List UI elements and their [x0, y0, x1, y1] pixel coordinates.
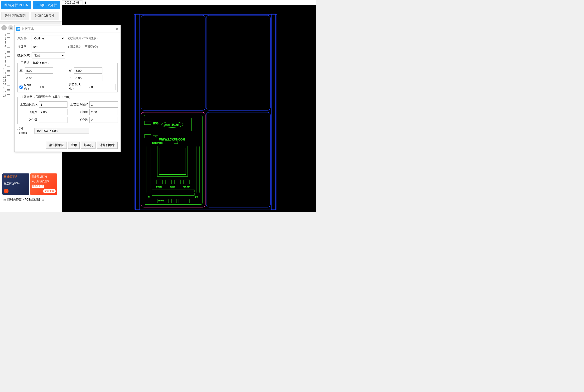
x-gap-input[interactable]	[39, 109, 68, 115]
source-layer-hint: (为空则用Profile拼版)	[68, 36, 98, 40]
ad-banner-2[interactable]: 高多层板打样 六八层板低至5 快至5天出 立即下单	[30, 174, 57, 195]
mark-input[interactable]	[38, 84, 66, 90]
layer-number: 12	[2, 75, 6, 78]
edge-left-input[interactable]	[25, 68, 53, 74]
ad-banner-1[interactable]: 格 全面下调 幅度高达50% ›	[2, 174, 29, 195]
bottom-components	[157, 199, 190, 203]
label-chip: GD32F450	[152, 142, 162, 144]
hole-input[interactable]	[87, 84, 116, 90]
layer-checkbox[interactable]	[7, 37, 10, 40]
export-layer-button[interactable]: 输出拼版层	[46, 142, 67, 149]
layers-icon: ≡	[10, 26, 12, 30]
panel-layer-input[interactable]	[32, 44, 65, 50]
label-keyup: KEY_UP	[183, 186, 190, 188]
tft-conn	[144, 135, 151, 138]
dfm-analysis-button[interactable]: 一键DFM分析	[33, 1, 60, 9]
panelize-dialog: DM 拼版工具 ✕ 原始层 Outline (为空则用Profile拼版) 拼版…	[14, 25, 121, 152]
layer-number: 4	[2, 45, 6, 48]
x-count-label: X个数	[20, 118, 38, 122]
edge-bottom-input[interactable]	[74, 75, 102, 81]
design-view-button[interactable]: 设计图/仿真图	[1, 12, 29, 20]
source-layer-select[interactable]: Outline	[32, 35, 65, 41]
y-count-input[interactable]	[89, 117, 118, 123]
app-icon: DM	[16, 27, 20, 31]
edge-right-input[interactable]	[74, 68, 102, 74]
layer-number: 13	[2, 79, 6, 82]
layer-checkbox[interactable]	[7, 68, 10, 70]
layer-checkbox[interactable]	[7, 72, 10, 74]
svg-rect-12	[172, 199, 176, 203]
add-layer-button[interactable]: +	[2, 25, 7, 30]
dialog-titlebar[interactable]: DM 拼版工具 ✕	[14, 26, 120, 33]
layer-checkbox[interactable]	[7, 41, 10, 44]
source-layer-label: 原始层	[17, 36, 32, 40]
ad1-line1: 格 全面下调	[4, 175, 18, 178]
mark-label: Mark点：	[24, 83, 36, 91]
calc-utilization-button[interactable]: 计算利用率	[97, 142, 118, 149]
layer-number: 16	[2, 90, 6, 94]
tab-add-button[interactable]: ＋	[83, 0, 88, 5]
small-pad-1	[174, 141, 178, 144]
svg-rect-9	[152, 193, 194, 196]
edge-top-input[interactable]	[25, 75, 53, 81]
layer-number: 8	[2, 60, 6, 63]
svg-rect-14	[185, 199, 190, 203]
size-label: 尺寸（mm）	[17, 126, 34, 135]
layer-checkbox[interactable]	[7, 64, 10, 67]
panel-outline	[134, 14, 277, 209]
silk-border	[144, 115, 202, 204]
edge-gap-y-input[interactable]	[89, 102, 118, 108]
svg-rect-5	[165, 180, 172, 184]
top-conn	[192, 118, 201, 131]
layer-checkbox[interactable]	[7, 79, 10, 82]
document-icon: ▤	[3, 198, 6, 202]
edge-gap-x-input[interactable]	[39, 102, 68, 108]
svg-rect-8	[152, 190, 194, 192]
rgb-conn	[144, 122, 151, 125]
layer-checkbox[interactable]	[7, 87, 10, 90]
assembly-analysis-button[interactable]: 组装分析 PCBA	[1, 1, 31, 9]
buttons-row	[156, 180, 190, 184]
layer-checkbox[interactable]	[7, 94, 10, 97]
layer-checkbox[interactable]	[7, 52, 10, 55]
panel-layer-label: 拼版层	[17, 45, 32, 49]
y-gap-input[interactable]	[89, 109, 118, 115]
calc-pcb-size-button[interactable]: 计算PCB尺寸	[31, 12, 58, 20]
layer-checkbox[interactable]	[7, 56, 10, 59]
layer-checkbox[interactable]	[7, 75, 10, 78]
label-boot0: BOOT0	[156, 186, 162, 188]
mode-select[interactable]: 常规	[32, 52, 65, 58]
ad2-cta: 立即下单	[43, 189, 56, 194]
layer-checkbox[interactable]	[7, 49, 10, 52]
edge-left-label: 左	[20, 68, 23, 73]
size-value: 104.00X141.98	[34, 128, 89, 134]
layer-options-button[interactable]: ≡	[8, 25, 13, 30]
params-fieldset: 拼版参数，间距可为负（单位：mm） 工艺边间距X 工艺边间距Y X间距 Y间距 …	[17, 95, 120, 124]
close-icon[interactable]: ✕	[116, 27, 118, 31]
y-count-label: Y个数	[70, 118, 88, 122]
logo-text: LCKSC	[164, 124, 170, 126]
label-sw: SW3001	[158, 200, 164, 202]
promo-link[interactable]: ▤ 限时免费领《PCB封装设计白…	[2, 197, 57, 203]
mode-label: 拼版模式	[17, 53, 32, 58]
layer-checkbox[interactable]	[7, 90, 10, 93]
stamp-hole-button[interactable]: 邮票孔	[81, 142, 96, 149]
apply-button[interactable]: 应用	[68, 142, 80, 149]
plus-icon: ＋	[84, 0, 88, 6]
mark-checkbox[interactable]	[20, 86, 22, 88]
tab-active[interactable]: 2022-12-08	[62, 0, 82, 5]
params-legend: 拼版参数，间距可为负（单位：mm）	[20, 95, 73, 99]
ad2-line2: 六八层板低至5	[32, 180, 56, 183]
layer-checkbox[interactable]	[7, 83, 10, 86]
layer-checkbox[interactable]	[7, 60, 10, 63]
dialog-body: 原始层 Outline (为空则用Profile拼版) 拼版层 (拼版层名，不能…	[14, 33, 120, 140]
board-4	[206, 112, 270, 208]
left-rail	[136, 14, 140, 210]
chip-outline	[157, 146, 188, 176]
x-count-input[interactable]	[39, 117, 68, 123]
layer-checkbox[interactable]	[7, 45, 10, 48]
layer-number: 5	[2, 48, 6, 52]
layer-checkbox[interactable]	[7, 34, 10, 36]
edge-right-label: 右	[69, 68, 72, 73]
promo-link-text: 限时免费领《PCB封装设计白…	[7, 198, 48, 202]
